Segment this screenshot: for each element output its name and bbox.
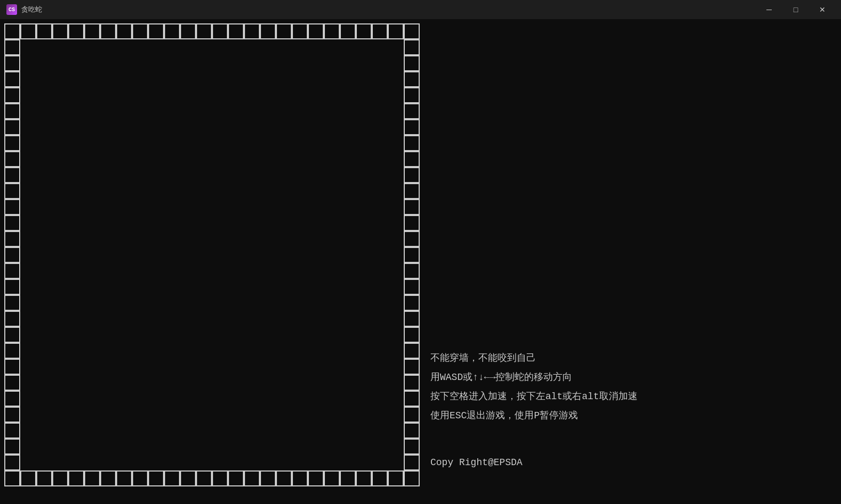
main-content: 不能穿墙，不能咬到自己 用WASD或↑↓←→控制蛇的移动方向 按下空格进入加速，… [0,19,841,504]
instruction-line-4: 使用ESC退出游戏，使用P暂停游戏 [430,406,826,425]
titlebar: CS 贪吃蛇 ─ □ ✕ [0,0,841,19]
instruction-line-1: 不能穿墙，不能咬到自己 [430,349,826,368]
titlebar-left: CS 贪吃蛇 [6,4,42,15]
game-canvas [4,23,420,492]
app-icon: CS [6,4,17,15]
main-window: CS 贪吃蛇 ─ □ ✕ 不能穿墙，不能咬到自己 用WASD或↑↓←→控制蛇的移… [0,0,841,504]
close-button[interactable]: ✕ [810,2,835,18]
copyright-text: Copy Right@EPSDA [430,457,826,468]
instruction-line-3: 按下空格进入加速，按下左alt或右alt取消加速 [430,387,826,406]
window-title: 贪吃蛇 [21,5,42,14]
game-area [4,23,420,492]
instruction-line-2: 用WASD或↑↓←→控制蛇的移动方向 [430,368,826,387]
maximize-button[interactable]: □ [783,2,808,18]
instructions-block: 不能穿墙，不能咬到自己 用WASD或↑↓←→控制蛇的移动方向 按下空格进入加速，… [430,349,826,425]
minimize-button[interactable]: ─ [757,2,781,18]
titlebar-controls: ─ □ ✕ [757,2,835,18]
info-area: 不能穿墙，不能咬到自己 用WASD或↑↓←→控制蛇的移动方向 按下空格进入加速，… [420,23,837,500]
